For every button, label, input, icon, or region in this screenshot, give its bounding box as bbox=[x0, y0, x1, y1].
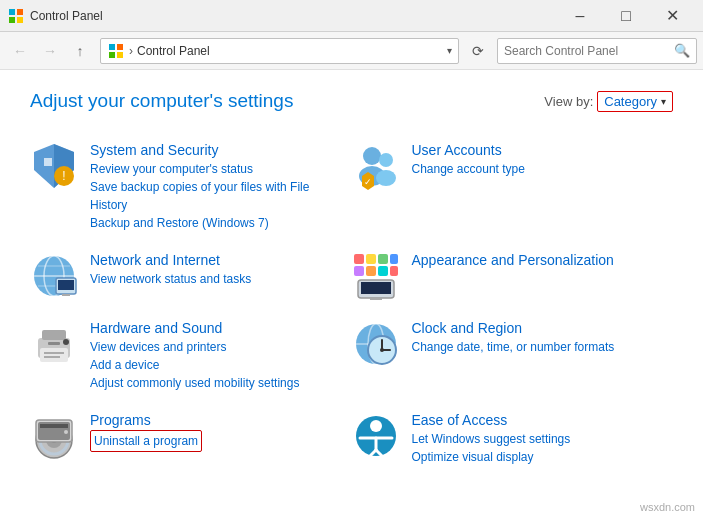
svg-rect-34 bbox=[390, 266, 398, 276]
svg-point-62 bbox=[370, 420, 382, 432]
network-title[interactable]: Network and Internet bbox=[90, 252, 342, 268]
ease-icon bbox=[352, 412, 400, 460]
clock-icon bbox=[352, 320, 400, 368]
svg-rect-40 bbox=[40, 348, 68, 362]
svg-rect-0 bbox=[9, 9, 15, 15]
programs-text: Programs Uninstall a program bbox=[90, 412, 342, 452]
user-accounts-text: User Accounts Change account type bbox=[412, 142, 664, 178]
svg-rect-59 bbox=[40, 424, 68, 428]
system-security-link-2[interactable]: Save backup copies of your files with Fi… bbox=[90, 178, 342, 214]
clock-text: Clock and Region Change date, time, or n… bbox=[412, 320, 664, 356]
view-by-dropdown[interactable]: Category ▾ bbox=[597, 91, 673, 112]
categories-grid: ! System and Security Review your comput… bbox=[30, 132, 673, 476]
appearance-icon bbox=[352, 252, 400, 300]
category-programs: Programs Uninstall a program bbox=[30, 402, 352, 476]
svg-rect-41 bbox=[44, 352, 64, 354]
svg-rect-3 bbox=[17, 17, 23, 23]
appearance-title[interactable]: Appearance and Personalization bbox=[412, 252, 664, 268]
svg-rect-32 bbox=[366, 266, 376, 276]
appearance-text: Appearance and Personalization bbox=[412, 252, 664, 270]
category-appearance: Appearance and Personalization bbox=[352, 242, 674, 310]
svg-point-60 bbox=[64, 430, 68, 434]
search-icon[interactable]: 🔍 bbox=[674, 43, 690, 58]
ease-link-1[interactable]: Let Windows suggest settings bbox=[412, 430, 664, 448]
svg-rect-29 bbox=[378, 254, 388, 264]
ease-text: Ease of Access Let Windows suggest setti… bbox=[412, 412, 664, 466]
svg-rect-28 bbox=[366, 254, 376, 264]
address-bar[interactable]: › Control Panel ▾ bbox=[100, 38, 459, 64]
maximize-button[interactable]: □ bbox=[603, 0, 649, 32]
view-by-label: View by: bbox=[544, 94, 593, 109]
address-icon bbox=[107, 42, 125, 60]
search-input[interactable] bbox=[504, 44, 674, 58]
system-security-link-3[interactable]: Backup and Restore (Windows 7) bbox=[90, 214, 342, 232]
address-separator: › bbox=[129, 44, 133, 58]
title-bar: Control Panel – □ ✕ bbox=[0, 0, 703, 32]
hardware-link-3[interactable]: Adjust commonly used mobility settings bbox=[90, 374, 342, 392]
main-content: Adjust your computer's settings View by:… bbox=[0, 70, 703, 496]
system-security-icon: ! bbox=[30, 142, 78, 190]
ease-title[interactable]: Ease of Access bbox=[412, 412, 664, 428]
svg-text:✓: ✓ bbox=[364, 177, 372, 187]
clock-link-1[interactable]: Change date, time, or number formats bbox=[412, 338, 664, 356]
address-path: Control Panel bbox=[137, 44, 447, 58]
svg-rect-27 bbox=[354, 254, 364, 264]
view-by-value: Category bbox=[604, 94, 657, 109]
svg-rect-5 bbox=[117, 44, 123, 50]
forward-button[interactable]: → bbox=[36, 37, 64, 65]
programs-link-1[interactable]: Uninstall a program bbox=[90, 430, 202, 452]
hardware-text: Hardware and Sound View devices and prin… bbox=[90, 320, 342, 392]
hardware-link-2[interactable]: Add a device bbox=[90, 356, 342, 374]
search-box[interactable]: 🔍 bbox=[497, 38, 697, 64]
network-text: Network and Internet View network status… bbox=[90, 252, 342, 288]
user-accounts-link-1[interactable]: Change account type bbox=[412, 160, 664, 178]
category-clock: Clock and Region Change date, time, or n… bbox=[352, 310, 674, 402]
programs-title[interactable]: Programs bbox=[90, 412, 342, 428]
hardware-title[interactable]: Hardware and Sound bbox=[90, 320, 342, 336]
system-security-link-1[interactable]: Review your computer's status bbox=[90, 160, 342, 178]
svg-rect-6 bbox=[109, 52, 115, 58]
svg-rect-30 bbox=[390, 254, 398, 264]
hardware-link-1[interactable]: View devices and printers bbox=[90, 338, 342, 356]
header-row: Adjust your computer's settings View by:… bbox=[30, 90, 673, 112]
close-button[interactable]: ✕ bbox=[649, 0, 695, 32]
back-button[interactable]: ← bbox=[6, 37, 34, 65]
user-accounts-title[interactable]: User Accounts bbox=[412, 142, 664, 158]
app-icon bbox=[8, 8, 24, 24]
svg-point-15 bbox=[379, 153, 393, 167]
user-accounts-icon: ✓ bbox=[352, 142, 400, 190]
svg-rect-36 bbox=[361, 282, 391, 294]
nav-bar: ← → ↑ › Control Panel ▾ ⟳ 🔍 bbox=[0, 32, 703, 70]
window-title: Control Panel bbox=[30, 9, 557, 23]
hardware-icon bbox=[30, 320, 78, 368]
page-heading: Adjust your computer's settings bbox=[30, 90, 293, 112]
clock-title[interactable]: Clock and Region bbox=[412, 320, 664, 336]
svg-rect-37 bbox=[370, 298, 382, 300]
svg-rect-39 bbox=[42, 330, 66, 340]
category-ease: Ease of Access Let Windows suggest setti… bbox=[352, 402, 674, 476]
svg-rect-7 bbox=[117, 52, 123, 58]
svg-text:!: ! bbox=[62, 169, 65, 183]
up-button[interactable]: ↑ bbox=[66, 37, 94, 65]
svg-point-16 bbox=[376, 170, 396, 186]
category-hardware: Hardware and Sound View devices and prin… bbox=[30, 310, 352, 402]
network-link-1[interactable]: View network status and tasks bbox=[90, 270, 342, 288]
svg-rect-1 bbox=[17, 9, 23, 15]
svg-rect-25 bbox=[58, 280, 74, 290]
address-dropdown-arrow[interactable]: ▾ bbox=[447, 45, 452, 56]
view-by-arrow: ▾ bbox=[661, 96, 666, 107]
svg-rect-4 bbox=[109, 44, 115, 50]
svg-rect-42 bbox=[44, 356, 60, 358]
category-user-accounts: ✓ User Accounts Change account type bbox=[352, 132, 674, 242]
refresh-button[interactable]: ⟳ bbox=[465, 38, 491, 64]
svg-rect-31 bbox=[354, 266, 364, 276]
svg-point-44 bbox=[63, 339, 69, 345]
system-security-title[interactable]: System and Security bbox=[90, 142, 342, 158]
programs-icon bbox=[30, 412, 78, 460]
minimize-button[interactable]: – bbox=[557, 0, 603, 32]
ease-link-2[interactable]: Optimize visual display bbox=[412, 448, 664, 466]
system-security-text: System and Security Review your computer… bbox=[90, 142, 342, 232]
svg-point-13 bbox=[363, 147, 381, 165]
svg-rect-26 bbox=[62, 294, 70, 296]
window-controls: – □ ✕ bbox=[557, 0, 695, 32]
